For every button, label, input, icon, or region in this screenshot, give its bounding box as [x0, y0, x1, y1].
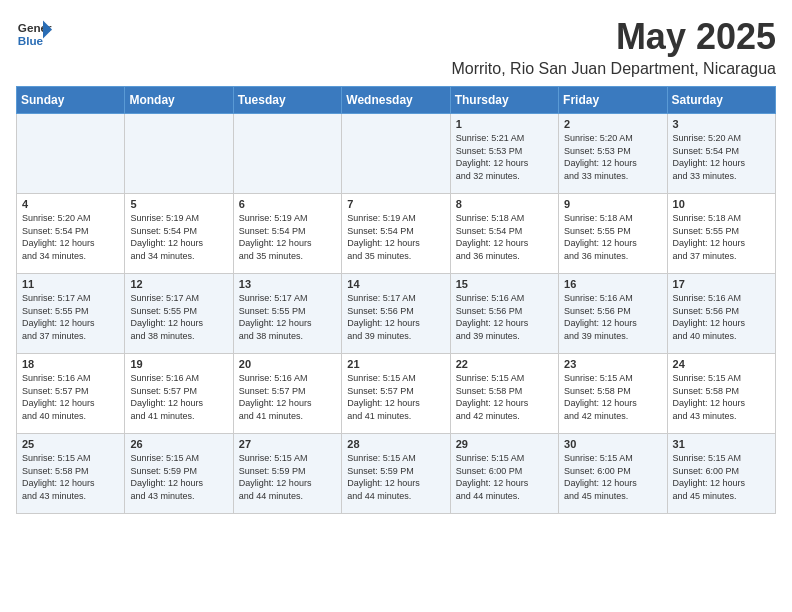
header: General Blue May 2025 Morrito, Rio San J… — [16, 16, 776, 78]
day-number: 15 — [456, 278, 553, 290]
calendar-cell: 5Sunrise: 5:19 AM Sunset: 5:54 PM Daylig… — [125, 194, 233, 274]
calendar-cell: 20Sunrise: 5:16 AM Sunset: 5:57 PM Dayli… — [233, 354, 341, 434]
calendar-cell — [233, 114, 341, 194]
subtitle: Morrito, Rio San Juan Department, Nicara… — [451, 60, 776, 78]
day-info: Sunrise: 5:17 AM Sunset: 5:55 PM Dayligh… — [22, 292, 119, 342]
day-number: 10 — [673, 198, 770, 210]
calendar-cell: 15Sunrise: 5:16 AM Sunset: 5:56 PM Dayli… — [450, 274, 558, 354]
col-header-friday: Friday — [559, 87, 667, 114]
day-number: 11 — [22, 278, 119, 290]
svg-text:Blue: Blue — [18, 34, 44, 47]
col-header-wednesday: Wednesday — [342, 87, 450, 114]
calendar-cell: 22Sunrise: 5:15 AM Sunset: 5:58 PM Dayli… — [450, 354, 558, 434]
col-header-thursday: Thursday — [450, 87, 558, 114]
calendar-cell — [342, 114, 450, 194]
calendar-cell: 26Sunrise: 5:15 AM Sunset: 5:59 PM Dayli… — [125, 434, 233, 514]
logo-icon: General Blue — [16, 16, 52, 52]
calendar-cell: 12Sunrise: 5:17 AM Sunset: 5:55 PM Dayli… — [125, 274, 233, 354]
day-info: Sunrise: 5:19 AM Sunset: 5:54 PM Dayligh… — [239, 212, 336, 262]
day-number: 9 — [564, 198, 661, 210]
col-header-saturday: Saturday — [667, 87, 775, 114]
day-number: 29 — [456, 438, 553, 450]
day-number: 13 — [239, 278, 336, 290]
day-info: Sunrise: 5:20 AM Sunset: 5:54 PM Dayligh… — [673, 132, 770, 182]
day-info: Sunrise: 5:17 AM Sunset: 5:55 PM Dayligh… — [239, 292, 336, 342]
day-info: Sunrise: 5:18 AM Sunset: 5:55 PM Dayligh… — [564, 212, 661, 262]
col-header-sunday: Sunday — [17, 87, 125, 114]
day-info: Sunrise: 5:15 AM Sunset: 5:58 PM Dayligh… — [564, 372, 661, 422]
calendar-cell: 23Sunrise: 5:15 AM Sunset: 5:58 PM Dayli… — [559, 354, 667, 434]
day-info: Sunrise: 5:15 AM Sunset: 6:00 PM Dayligh… — [673, 452, 770, 502]
calendar-cell: 24Sunrise: 5:15 AM Sunset: 5:58 PM Dayli… — [667, 354, 775, 434]
calendar-cell: 21Sunrise: 5:15 AM Sunset: 5:57 PM Dayli… — [342, 354, 450, 434]
calendar-cell: 8Sunrise: 5:18 AM Sunset: 5:54 PM Daylig… — [450, 194, 558, 274]
day-number: 7 — [347, 198, 444, 210]
calendar-cell — [125, 114, 233, 194]
day-number: 14 — [347, 278, 444, 290]
day-number: 26 — [130, 438, 227, 450]
day-number: 4 — [22, 198, 119, 210]
calendar-cell: 29Sunrise: 5:15 AM Sunset: 6:00 PM Dayli… — [450, 434, 558, 514]
day-number: 17 — [673, 278, 770, 290]
day-number: 22 — [456, 358, 553, 370]
calendar-week-row: 25Sunrise: 5:15 AM Sunset: 5:58 PM Dayli… — [17, 434, 776, 514]
day-info: Sunrise: 5:17 AM Sunset: 5:56 PM Dayligh… — [347, 292, 444, 342]
calendar-cell: 28Sunrise: 5:15 AM Sunset: 5:59 PM Dayli… — [342, 434, 450, 514]
day-info: Sunrise: 5:15 AM Sunset: 5:58 PM Dayligh… — [673, 372, 770, 422]
calendar-cell: 30Sunrise: 5:15 AM Sunset: 6:00 PM Dayli… — [559, 434, 667, 514]
calendar-cell: 6Sunrise: 5:19 AM Sunset: 5:54 PM Daylig… — [233, 194, 341, 274]
day-info: Sunrise: 5:20 AM Sunset: 5:53 PM Dayligh… — [564, 132, 661, 182]
calendar-cell: 14Sunrise: 5:17 AM Sunset: 5:56 PM Dayli… — [342, 274, 450, 354]
logo: General Blue — [16, 16, 52, 52]
day-info: Sunrise: 5:16 AM Sunset: 5:56 PM Dayligh… — [564, 292, 661, 342]
calendar-cell: 19Sunrise: 5:16 AM Sunset: 5:57 PM Dayli… — [125, 354, 233, 434]
title-area: May 2025 Morrito, Rio San Juan Departmen… — [451, 16, 776, 78]
day-number: 23 — [564, 358, 661, 370]
calendar-table: SundayMondayTuesdayWednesdayThursdayFrid… — [16, 86, 776, 514]
day-info: Sunrise: 5:16 AM Sunset: 5:56 PM Dayligh… — [456, 292, 553, 342]
calendar-cell: 25Sunrise: 5:15 AM Sunset: 5:58 PM Dayli… — [17, 434, 125, 514]
calendar-cell: 2Sunrise: 5:20 AM Sunset: 5:53 PM Daylig… — [559, 114, 667, 194]
calendar-cell: 7Sunrise: 5:19 AM Sunset: 5:54 PM Daylig… — [342, 194, 450, 274]
col-header-monday: Monday — [125, 87, 233, 114]
calendar-cell: 17Sunrise: 5:16 AM Sunset: 5:56 PM Dayli… — [667, 274, 775, 354]
day-info: Sunrise: 5:15 AM Sunset: 5:59 PM Dayligh… — [347, 452, 444, 502]
day-info: Sunrise: 5:15 AM Sunset: 5:59 PM Dayligh… — [239, 452, 336, 502]
calendar-cell: 18Sunrise: 5:16 AM Sunset: 5:57 PM Dayli… — [17, 354, 125, 434]
calendar-week-row: 4Sunrise: 5:20 AM Sunset: 5:54 PM Daylig… — [17, 194, 776, 274]
day-info: Sunrise: 5:18 AM Sunset: 5:55 PM Dayligh… — [673, 212, 770, 262]
calendar-cell: 10Sunrise: 5:18 AM Sunset: 5:55 PM Dayli… — [667, 194, 775, 274]
col-header-tuesday: Tuesday — [233, 87, 341, 114]
calendar-cell: 27Sunrise: 5:15 AM Sunset: 5:59 PM Dayli… — [233, 434, 341, 514]
day-info: Sunrise: 5:16 AM Sunset: 5:57 PM Dayligh… — [130, 372, 227, 422]
day-number: 30 — [564, 438, 661, 450]
calendar-cell: 9Sunrise: 5:18 AM Sunset: 5:55 PM Daylig… — [559, 194, 667, 274]
day-info: Sunrise: 5:17 AM Sunset: 5:55 PM Dayligh… — [130, 292, 227, 342]
day-number: 31 — [673, 438, 770, 450]
day-number: 2 — [564, 118, 661, 130]
day-number: 25 — [22, 438, 119, 450]
day-number: 28 — [347, 438, 444, 450]
day-info: Sunrise: 5:21 AM Sunset: 5:53 PM Dayligh… — [456, 132, 553, 182]
day-number: 19 — [130, 358, 227, 370]
day-number: 27 — [239, 438, 336, 450]
day-number: 12 — [130, 278, 227, 290]
calendar-cell: 31Sunrise: 5:15 AM Sunset: 6:00 PM Dayli… — [667, 434, 775, 514]
calendar-cell: 16Sunrise: 5:16 AM Sunset: 5:56 PM Dayli… — [559, 274, 667, 354]
day-info: Sunrise: 5:15 AM Sunset: 6:00 PM Dayligh… — [456, 452, 553, 502]
day-number: 3 — [673, 118, 770, 130]
day-info: Sunrise: 5:19 AM Sunset: 5:54 PM Dayligh… — [130, 212, 227, 262]
day-info: Sunrise: 5:15 AM Sunset: 5:58 PM Dayligh… — [22, 452, 119, 502]
day-number: 1 — [456, 118, 553, 130]
day-info: Sunrise: 5:16 AM Sunset: 5:57 PM Dayligh… — [239, 372, 336, 422]
calendar-week-row: 18Sunrise: 5:16 AM Sunset: 5:57 PM Dayli… — [17, 354, 776, 434]
day-number: 16 — [564, 278, 661, 290]
calendar-week-row: 1Sunrise: 5:21 AM Sunset: 5:53 PM Daylig… — [17, 114, 776, 194]
calendar-cell: 3Sunrise: 5:20 AM Sunset: 5:54 PM Daylig… — [667, 114, 775, 194]
day-info: Sunrise: 5:16 AM Sunset: 5:57 PM Dayligh… — [22, 372, 119, 422]
day-number: 21 — [347, 358, 444, 370]
day-number: 8 — [456, 198, 553, 210]
calendar-cell: 1Sunrise: 5:21 AM Sunset: 5:53 PM Daylig… — [450, 114, 558, 194]
calendar-week-row: 11Sunrise: 5:17 AM Sunset: 5:55 PM Dayli… — [17, 274, 776, 354]
day-info: Sunrise: 5:15 AM Sunset: 5:58 PM Dayligh… — [456, 372, 553, 422]
